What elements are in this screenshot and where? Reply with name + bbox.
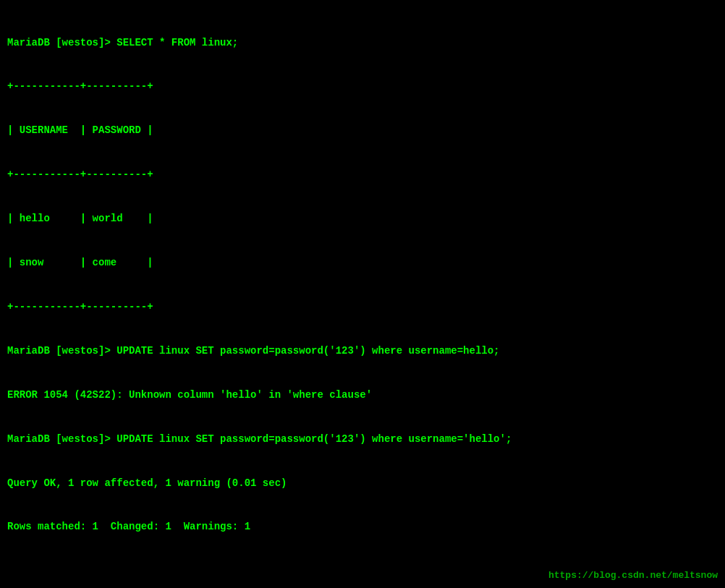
terminal-line: +-----------+----------+ (7, 167, 718, 182)
terminal-line: | hello | world | (7, 211, 718, 226)
terminal-line: | USERNAME | PASSWORD | (7, 123, 718, 137)
terminal-line: MariaDB [westos]> SELECT * FROM linux; (7, 35, 718, 50)
terminal-line: +-----------+----------+ (7, 79, 718, 93)
terminal-line: Query OK, 1 row affected, 1 warning (0.0… (7, 476, 718, 490)
terminal-line: MariaDB [westos]> UPDATE linux SET passw… (7, 344, 718, 358)
terminal: MariaDB [westos]> SELECT * FROM linux; +… (7, 6, 718, 582)
terminal-line: MariaDB [westos]> UPDATE linux SET passw… (7, 432, 718, 446)
terminal-line: | snow | come | (7, 255, 718, 270)
terminal-line: ERROR 1054 (42S22): Unknown column 'hell… (7, 388, 718, 402)
watermark: https://blog.csdn.net/meltsnow (548, 570, 718, 581)
terminal-line: +-----------+----------+ (7, 299, 718, 314)
terminal-line: Rows matched: 1 Changed: 1 Warnings: 1 (7, 519, 718, 534)
